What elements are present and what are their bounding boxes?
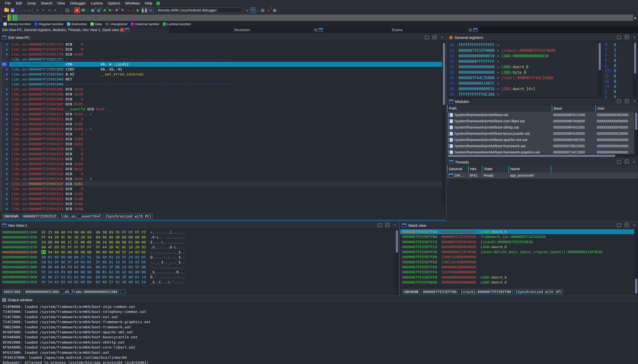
flag-row[interactable]: Q 0 [605,63,637,68]
scrollbar-thumb[interactable] [634,42,636,74]
hex-row[interactable]: 000000000005C0A0 C0 03 5F D6 5F 24 03 D5… [0,260,398,264]
stack-row[interactable]: 0000007FE55EFFD0 00000000133F4EA8 [anon:… [400,250,638,254]
module-row[interactable]: /system/framework/arm64/boot-bouncycastl… [447,130,638,137]
float-icon[interactable] [625,160,628,164]
register-row[interactable]: X1 0000007FE55F0000 ↪ [stack]:0000007FE5… [450,48,601,53]
stack-row[interactable]: 0000007FE55EFFC8 0000000000000000 LOAD:d… [400,244,638,250]
jump-down-icon[interactable]: ↓ [58,8,64,13]
menu-item-help[interactable]: Help [142,1,155,5]
stack-row[interactable]: 0000007FE55EFFD8 1346CA3800000000 [400,254,638,259]
disasm-line[interactable]: libc.so:0000007F1595CD1E DCB 0x40 ; @ [0,176,446,182]
disasm-line[interactable]: libc.so:0000007F1595CCFB DCB 0xD4 [0,52,446,57]
tab-close-icon[interactable]: × [314,28,318,32]
scrollbar-thumb[interactable] [598,43,601,70]
make-data-icon[interactable]: ▥+ [96,8,102,13]
close-icon[interactable]: × [632,100,636,103]
tab-close-icon[interactable]: × [120,28,124,32]
register-row[interactable]: X4 0000000000000000 ↪ LOAD:dword_0 [450,64,601,70]
disasm-line[interactable]: libc.so:0000007F1595CD21 DCB 0x94 [0,191,446,196]
disasm-line[interactable]: libc.so:0000007F1595CD0C DCB 0x1F [0,87,446,92]
snapshot-icon[interactable]: ▣ [272,8,278,13]
vertical-scrollbar[interactable] [395,229,398,295]
vertical-scrollbar[interactable] [633,42,637,101]
flag-row[interactable]: Z 1 [605,48,637,53]
register-row[interactable]: X9 FFFFFFFFFFF6C3A0 ↪ [450,92,601,97]
disasm-line[interactable]: libc.so:0000007F1595CD24 DCB 0xA8 [0,206,446,211]
disasm-line[interactable]: libc.so:0000007F1595CD22 DCB 0x80 [0,196,446,201]
jump-problem-icon[interactable]: ⌖ [52,8,58,13]
disasm-line[interactable]: libc.so:0000007F1595CCFC ; -------------… [0,57,446,62]
drag-handle-icon[interactable] [1,15,2,21]
flag-row[interactable]: IT2 0 [605,68,637,74]
lumina-status-icon[interactable] [80,8,86,13]
disasm-line[interactable]: libc.so:0000007F1595CD1C DCB 0x1F [0,166,446,172]
stack-row[interactable]: 0000007FE55EFFC0 0000007FE55F0010 [stack… [400,240,638,244]
close-icon[interactable]: × [393,224,396,227]
save-file-icon[interactable] [10,8,15,13]
maximize-icon[interactable] [425,36,429,39]
output-titlebar[interactable]: Output window [0,296,638,303]
navband-scroll-left-icon[interactable]: ◀ [4,15,5,18]
debugger-pause-icon[interactable]: ❚❚ [141,7,147,13]
register-row[interactable]: X0 FFFFFFFFFFFFFFFC ↪ [450,42,601,48]
vertical-scrollbar[interactable] [634,112,638,154]
close-icon[interactable]: × [632,36,636,39]
disasm-line[interactable]: libc.so:0000007F1595CD23 DCB 0xDA [0,201,446,206]
stack-row[interactable]: 0000007FE55EFFB0 0000000000000000 LOAD:d… [400,229,638,234]
navigation-band[interactable] [7,14,634,21]
disasm-line[interactable]: libc.so:0000007F1595CD12 DCB 3 [0,116,446,122]
module-row[interactable]: /system/framework/arm64/boot-okhttp.oat0… [447,124,638,130]
column-header-base[interactable]: Base [552,105,596,112]
flag-row[interactable]: IL 0 [605,74,637,79]
step-over-icon[interactable]: ↷ [250,7,256,13]
disasm-line[interactable]: libc.so:0000007F1595CCFA DCB 0 [0,47,446,52]
module-row[interactable]: /system/framework/arm64/boot-apache-xml.… [447,137,638,143]
stack-row[interactable]: 0000007FE55EFFE8 0000000100000000 [400,264,638,270]
vertical-scrollbar[interactable] [634,229,638,295]
hex-row[interactable]: 000000000005C090 40 03 00 D0 00 80 27 91… [0,255,398,260]
column-header-empty[interactable] [551,166,633,172]
hex-row[interactable]: 000000000005C0E0 5F 24 03 D5 43 03 00 D0… [0,280,398,284]
search-icon[interactable] [64,8,70,13]
stack-row[interactable]: 0000007FE55F0000 0000000000000000 LOAD:d… [400,280,638,285]
close-icon[interactable]: × [440,36,444,39]
jump-name-icon[interactable]: ⌖ [40,8,46,13]
thread-row[interactable]: 244…5FA1Readyapp_process64 [447,172,638,179]
register-row[interactable]: X7 0000000000419A7C ↪ [450,81,601,86]
disasm-line[interactable]: libc.so:0000007F1595CCF9 DCB 0 [0,42,446,47]
tab-close-icon[interactable]: × [468,28,472,32]
hex-view-titlebar[interactable]: Hex View-1 × [0,222,398,229]
disasm-line[interactable]: libc.so:0000007F1595CD17 DCB 0xD2 [0,142,446,146]
disasm-line[interactable]: libc.so:0000007F1595CD15 DCB 2 [0,132,446,136]
scrollbar-thumb[interactable] [635,279,637,294]
tab-ida-view-pc[interactable]: IDA View-PC, General registers, Modules,… [0,26,170,34]
debugger-run-icon[interactable]: ▶ [135,8,141,13]
hex-row[interactable]: 000000000005C060 24 00 00 00 1C 5C 00 00… [0,240,398,245]
stack-row[interactable]: 0000007FE55EFFF8 0000000000000000 LOAD:d… [400,275,638,280]
make-name-icon[interactable]: A+ [102,8,108,13]
column-header-hex[interactable]: Hex [468,166,482,172]
scrollbar-thumb[interactable] [448,155,615,157]
stack-view-titlebar[interactable]: Stack view × [400,222,638,229]
float-icon[interactable] [625,36,628,39]
make-code-icon[interactable]: ▦+ [90,8,96,13]
navigate-back-icon[interactable]: ←▾ [19,8,25,13]
disasm-line[interactable]: libc.so:0000007F1595CD16 DCB 0x80 [0,136,446,142]
open-file-icon[interactable] [4,8,9,13]
registers-titlebar[interactable]: General registers × [447,34,638,41]
hex-row[interactable]: 000000000005C0D0 42 80 27 91 E1 03 00 AA… [0,274,398,280]
close-icon[interactable]: × [632,160,636,164]
maximize-icon[interactable] [617,224,621,227]
hex-row[interactable]: 000000000005C040 3C 15 06 00 F4 00 00 00… [0,230,398,235]
stack-row[interactable]: 0000007FE55EFFB8 0000007C1A7A1E4A framew… [400,234,638,239]
float-icon[interactable] [433,36,436,39]
register-row[interactable]: X5 0000000000000008 ↪ LOAD:byte_8 [450,70,601,75]
menu-item-file[interactable]: File [2,1,13,5]
register-row[interactable]: X2 0000000000000010 ↪ LOAD:0000000000000… [450,53,601,59]
float-icon[interactable] [625,224,628,227]
hex-row[interactable]: 000000000005C080 02 94 04 9E 06 9D 08 00… [0,250,398,255]
column-header-path[interactable]: Path [447,105,552,112]
maximize-icon[interactable] [617,36,621,39]
disasm-line[interactable]: libc.so:0000007F1595CD08 ; -------------… [0,82,446,87]
scrollbar-thumb[interactable] [635,112,637,130]
